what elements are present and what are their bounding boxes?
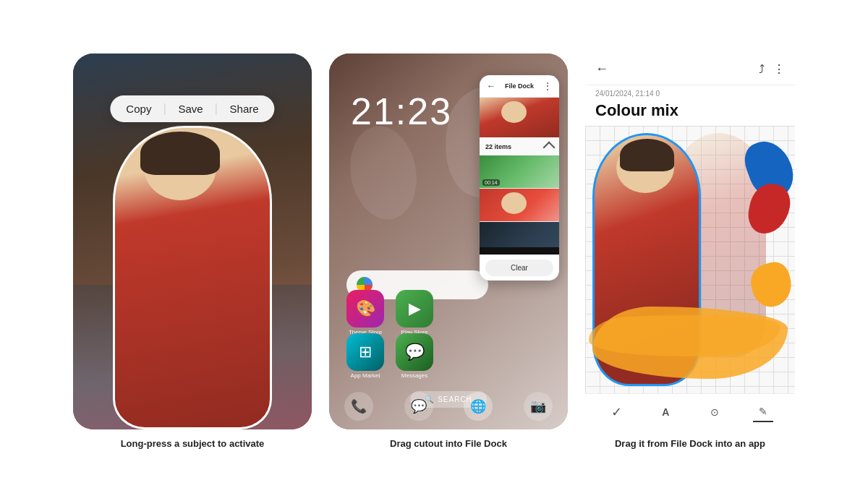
caption-1: Long-press a subject to activate xyxy=(121,438,265,449)
s3-top-bar: ← ⤴ ⋮ xyxy=(585,53,795,85)
file-dock-title: File Dock xyxy=(505,82,534,90)
app-messages[interactable]: 💬 Messages xyxy=(396,333,433,379)
chevron-up-icon[interactable] xyxy=(543,142,556,154)
phone-frame-1: Copy Save Share xyxy=(73,53,312,429)
share-icon[interactable]: ⤴ xyxy=(759,63,765,76)
app-theme-store[interactable]: 🎨 Theme Store xyxy=(346,290,384,335)
menu-icon[interactable]: ⋮ xyxy=(773,62,785,76)
share-button[interactable]: Share xyxy=(230,103,259,115)
s3-title: Colour mix xyxy=(595,101,678,120)
apps-row-2: ⊞ App Market 💬 Messages xyxy=(346,333,433,379)
file-dock-thumb-1[interactable]: 00:14 xyxy=(480,155,559,189)
save-button[interactable]: Save xyxy=(178,103,203,115)
clear-button[interactable]: Clear xyxy=(485,260,553,276)
woman-cutout-1 xyxy=(98,119,286,429)
time-display: 21:23 xyxy=(351,90,452,133)
phone-icon[interactable]: 📞 xyxy=(344,392,373,421)
copy-button[interactable]: Copy xyxy=(126,103,151,115)
file-dock-menu[interactable]: ⋮ xyxy=(543,81,552,91)
s3-canvas xyxy=(585,126,795,393)
camera-icon[interactable]: 📷 xyxy=(524,392,553,421)
section2: 21:23 🎨 Theme Store ▶ Play Store xyxy=(329,53,568,449)
s3-bottom-bar: ✓ A ⊙ ✎ xyxy=(585,393,795,429)
back-button[interactable]: ← xyxy=(595,61,608,77)
caption-2: Drag cutout into File Dock xyxy=(390,438,507,449)
top-right-icons: ⤴ ⋮ xyxy=(759,62,785,76)
file-dock-panel: ← File Dock ⋮ 22 items 00:14 xyxy=(480,75,559,281)
divider-1 xyxy=(164,103,165,115)
bottom-nav: 📞 💬 🌐 📷 xyxy=(329,392,568,421)
check-icon[interactable]: ✓ xyxy=(607,402,627,422)
bubble-icon[interactable]: 💬 xyxy=(404,392,433,421)
pen-icon[interactable]: ✎ xyxy=(753,402,773,422)
file-dock-header: ← File Dock ⋮ xyxy=(480,75,559,98)
caption-3: Drag it from File Dock into an app xyxy=(615,438,765,449)
file-dock-count-row: 22 items xyxy=(480,137,559,155)
file-dock-preview xyxy=(480,98,559,137)
apps-row-1: 🎨 Theme Store ▶ Play Store xyxy=(346,290,433,335)
phone-frame-3: ← ⤴ ⋮ 24/01/2024, 21:14 0 Colour mix xyxy=(585,53,795,429)
text-icon[interactable]: A xyxy=(655,402,676,422)
chrome-icon[interactable]: 🌐 xyxy=(464,392,493,421)
app-market[interactable]: ⊞ App Market xyxy=(346,333,384,379)
file-dock-thumb-3[interactable] xyxy=(480,222,559,255)
file-dock-back[interactable]: ← xyxy=(487,81,495,91)
section3: ← ⤴ ⋮ 24/01/2024, 21:14 0 Colour mix xyxy=(585,53,795,449)
phone-frame-2: 21:23 🎨 Theme Store ▶ Play Store xyxy=(329,53,568,429)
app-play-store[interactable]: ▶ Play Store xyxy=(396,290,433,335)
main-container: Copy Save Share Long-press a subject to … xyxy=(0,39,868,449)
thumb-1-label: 00:14 xyxy=(482,179,500,186)
popup-bar[interactable]: Copy Save Share xyxy=(110,95,274,122)
camera-tool-icon[interactable]: ⊙ xyxy=(705,402,725,422)
s3-meta: 24/01/2024, 21:14 0 xyxy=(595,90,660,98)
file-dock-count: 22 items xyxy=(485,143,511,150)
file-dock-thumb-2[interactable] xyxy=(480,189,559,222)
divider-2 xyxy=(216,103,217,115)
section1: Copy Save Share Long-press a subject to … xyxy=(73,53,312,449)
